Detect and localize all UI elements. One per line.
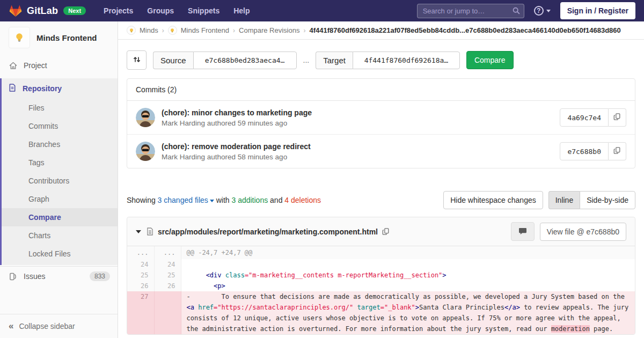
new-line-number[interactable]: 24 (154, 259, 181, 270)
commit-meta: Mark Harding authored 58 minutes ago (162, 153, 560, 161)
caret-down-icon (210, 200, 214, 202)
double-chevron-left-icon: « (9, 321, 13, 332)
commit-info: (chore): minor changes to marketing page… (162, 108, 560, 127)
tanuki-icon (9, 4, 23, 18)
old-line-number[interactable]: 27 (127, 291, 154, 334)
commit-title-link[interactable]: (chore): remove moderation page redirect (162, 142, 560, 151)
breadcrumb-project[interactable]: Minds Frontend (181, 26, 229, 34)
sidebar-item-commits[interactable]: Commits (2, 117, 118, 135)
sidebar-item-locked-files[interactable]: Locked Files (2, 245, 118, 263)
help-dropdown[interactable]: ? (534, 6, 551, 16)
new-line-number: ... (154, 246, 181, 259)
deleted-word-highlight: moderation (551, 325, 590, 333)
copy-icon (613, 146, 621, 156)
inline-view-button[interactable]: Inline (548, 191, 580, 209)
new-line-number[interactable]: 26 (154, 281, 181, 291)
showing-label: Showing (127, 196, 156, 204)
sidebar-item-branches[interactable]: Branches (2, 135, 118, 153)
navbar-links: Projects Groups Snippets Help (98, 3, 256, 18)
hunk-header: @@ -24,7 +24,7 @@ (181, 246, 635, 259)
diff-stats-text: Showing 3 changed files with 3 additions… (127, 196, 321, 204)
target-label: Target (316, 52, 353, 69)
side-by-side-view-button[interactable]: Side-by-side (580, 191, 635, 209)
avatar (136, 108, 155, 127)
source-ref-dropdown[interactable]: e7c688b0ed283aeca4… (193, 52, 297, 69)
project-context-header[interactable]: Minds Frontend (0, 21, 118, 56)
toggle-comments-button[interactable] (511, 222, 535, 241)
breadcrumb-section[interactable]: Compare Revisions (239, 26, 299, 34)
compare-button[interactable]: Compare (466, 51, 514, 69)
sign-in-register-button[interactable]: Sign in / Register (560, 2, 635, 19)
issues-count-badge: 833 (90, 271, 110, 281)
commits-card: Commits (2) (chore): minor changes to ma… (127, 78, 635, 168)
nav-snippets[interactable]: Snippets (182, 3, 225, 18)
copy-file-path-button[interactable] (382, 227, 390, 236)
code-line: <p> (181, 281, 635, 291)
top-navbar: GitLab Next Projects Groups Snippets Hel… (0, 0, 644, 21)
old-line-number[interactable]: 25 (127, 270, 154, 281)
project-avatar-small (168, 26, 177, 35)
sidebar-item-graph[interactable]: Graph (2, 190, 118, 208)
swap-revisions-button[interactable] (127, 50, 147, 70)
document-icon (9, 84, 16, 93)
nav-projects[interactable]: Projects (98, 3, 139, 18)
copy-sha-button[interactable] (609, 142, 626, 160)
commit-row: (chore): minor changes to marketing page… (127, 101, 635, 134)
avatar (136, 142, 155, 161)
diff-line-context: 26 26 <p> (127, 281, 635, 291)
additions-count: 3 additions (231, 196, 268, 204)
commit-title-link[interactable]: (chore): minor changes to marketing page (162, 108, 560, 117)
with-label: with (216, 196, 230, 204)
sidebar-section-repository: Repository Files Commits Branches Tags C… (0, 78, 118, 265)
code-line (181, 259, 635, 270)
search-input[interactable] (417, 4, 524, 18)
commit-sha-group: e7c688b0 (560, 142, 626, 160)
sidebar-item-project[interactable]: Project (0, 56, 118, 75)
commit-sha-button[interactable]: 4a69c7e4 (560, 108, 609, 127)
new-line-number[interactable]: 25 (154, 270, 181, 281)
main-content: Minds › Minds Frontend › Compare Revisio… (118, 21, 644, 338)
commit-info: (chore): remove moderation page redirect… (162, 142, 560, 161)
group-avatar (127, 26, 136, 35)
collapse-sidebar-button[interactable]: « Collapse sidebar (0, 314, 118, 338)
collapse-diff-caret[interactable] (136, 230, 141, 233)
old-line-number[interactable]: 24 (127, 259, 154, 270)
old-line-number[interactable]: 26 (127, 281, 154, 291)
sidebar-item-repository[interactable]: Repository (2, 78, 118, 99)
project-name: Minds Frontend (36, 33, 97, 42)
hide-whitespace-button[interactable]: Hide whitespace changes (443, 191, 543, 209)
copy-sha-button[interactable] (609, 108, 626, 127)
sidebar-item-contributors[interactable]: Contributors (2, 172, 118, 190)
nav-groups[interactable]: Groups (141, 3, 180, 18)
commit-sha-button[interactable]: e7c688b0 (560, 142, 609, 160)
sidebar-item-label: Issues (24, 272, 45, 281)
sidebar-item-label: Project (24, 61, 47, 70)
diff-file-path[interactable]: src/app/modules/report/marketing/marketi… (158, 227, 378, 236)
repository-subnav: Files Commits Branches Tags Contributors… (2, 99, 118, 265)
gitlab-logo[interactable]: GitLab Next (9, 4, 86, 18)
search-icon (513, 7, 520, 14)
nav-help[interactable]: Help (228, 3, 255, 18)
and-label: and (270, 196, 282, 204)
sidebar-item-issues[interactable]: Issues 833 (0, 266, 118, 286)
sidebar-item-tags[interactable]: Tags (2, 153, 118, 172)
diff-line-context: 24 24 (127, 259, 635, 270)
changed-files-dropdown[interactable]: 3 changed files (158, 196, 208, 204)
sidebar-item-compare[interactable]: Compare (2, 208, 118, 226)
target-input-group: Target 4f441f8760df692618a… (316, 52, 460, 69)
target-ref-dropdown[interactable]: 4f441f8760df692618a… (353, 52, 460, 69)
view-file-button[interactable]: View file @ e7c688b0 (540, 223, 626, 241)
sidebar-nav: Project Repository Files Commits Branche… (0, 56, 118, 314)
sidebar-item-charts[interactable]: Charts (2, 226, 118, 245)
global-search (417, 4, 524, 18)
chevron-down-icon (546, 10, 551, 12)
code-line: <div class="m-marketing__contents m-repo… (181, 270, 635, 281)
gitlab-wordmark: GitLab (27, 5, 58, 17)
sidebar-item-files[interactable]: Files (2, 99, 118, 117)
compare-form: Source e7c688b0ed283aeca4… ... Target 4f… (127, 50, 635, 70)
chevron-right-icon: › (303, 27, 305, 34)
breadcrumb-group[interactable]: Minds (140, 26, 158, 34)
next-badge: Next (63, 6, 86, 15)
new-line-number[interactable] (154, 291, 181, 334)
sidebar-item-label: Repository (23, 84, 62, 93)
